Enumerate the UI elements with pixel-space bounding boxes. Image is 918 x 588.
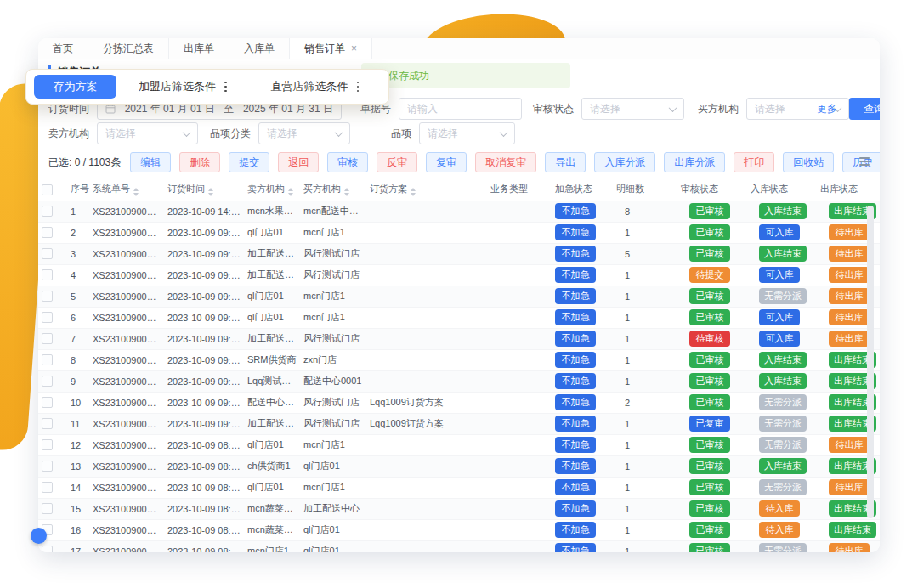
row-checkbox[interactable] xyxy=(42,312,53,323)
save-as-plan-button[interactable]: 存为方案 xyxy=(34,75,116,99)
row-checkbox[interactable] xyxy=(42,376,53,387)
row-checkbox[interactable] xyxy=(42,291,53,302)
doc-no-input[interactable] xyxy=(399,98,522,120)
row-index: 13 xyxy=(67,455,89,477)
business-type xyxy=(487,413,552,434)
seller-org-select[interactable]: 请选择 xyxy=(97,122,198,144)
row-checkbox[interactable] xyxy=(42,503,53,514)
column-settings-icon[interactable] xyxy=(859,157,870,166)
seller-org: 加工配送中心 xyxy=(244,328,300,349)
outbound-status-badge: 待出库 xyxy=(829,543,870,552)
system-order-no: XS231009000013 xyxy=(89,434,164,455)
sort-icon[interactable] xyxy=(133,188,139,196)
row-checkbox[interactable] xyxy=(42,546,53,552)
system-order-no: XS231009000026 xyxy=(89,222,164,243)
chevron-down-icon xyxy=(669,104,677,112)
business-type xyxy=(487,307,552,328)
row-checkbox[interactable] xyxy=(42,482,53,493)
detail-count: 1 xyxy=(613,455,677,477)
audit-status-badge: 已审核 xyxy=(689,500,730,517)
toolbar-button[interactable]: 导出 xyxy=(545,152,586,172)
row-checkbox[interactable] xyxy=(42,397,53,408)
row-checkbox[interactable] xyxy=(42,248,53,259)
select-all-checkbox[interactable] xyxy=(42,184,53,195)
toolbar-button[interactable]: 反审 xyxy=(377,152,417,172)
row-checkbox[interactable] xyxy=(42,206,53,217)
audit-status-select[interactable]: 请选择 xyxy=(581,98,684,120)
more-options-dots-icon[interactable] xyxy=(224,82,227,93)
table-row[interactable]: 3XS2310090000242023-10-09 09:48加工配送中心风行测… xyxy=(38,243,880,264)
row-checkbox[interactable] xyxy=(42,439,53,450)
table-row[interactable]: 17XS2310090000032023-10-09 08:30mcn门店1ql… xyxy=(38,540,880,552)
floating-helper-button[interactable] xyxy=(31,528,47,544)
row-checkbox[interactable] xyxy=(42,461,53,472)
seller-org: 加工配送中心 xyxy=(244,413,300,434)
vertical-scrollbar[interactable] xyxy=(867,206,874,518)
toolbar-button[interactable]: 编辑 xyxy=(130,152,171,172)
system-order-no: XS231009000027 xyxy=(89,201,164,222)
tab-close-icon[interactable]: × xyxy=(351,43,357,54)
table-row[interactable]: 8XS2310090000152023-10-09 09:07SRM供货商zxn… xyxy=(38,349,880,370)
tab-bar: 首页分拣汇总表出库单入库单销售订单× xyxy=(38,38,880,59)
direct-store-filter-option[interactable]: 直营店筛选条件 xyxy=(249,79,382,94)
seller-org: Lqq测试供货商... xyxy=(244,370,300,392)
tab[interactable]: 出库单 xyxy=(169,38,230,59)
row-checkbox[interactable] xyxy=(42,333,53,344)
table-row[interactable]: 5XS2310090000212023-10-09 09:30ql门店01mcn… xyxy=(38,286,880,307)
table-row[interactable]: 15XS2310090000162023-10-09 08:34mcn蔬菜供货商… xyxy=(38,498,880,519)
more-filters-link[interactable]: 更多 xyxy=(817,102,837,116)
toolbar-button[interactable]: 删除 xyxy=(179,152,220,172)
query-button[interactable]: 查询 xyxy=(849,98,880,120)
detail-count: 2 xyxy=(613,392,677,413)
row-checkbox[interactable] xyxy=(42,354,53,365)
row-checkbox[interactable] xyxy=(42,418,53,429)
item-label: 品项 xyxy=(391,127,411,141)
toolbar-button[interactable]: 提交 xyxy=(229,152,269,172)
calendar-icon xyxy=(105,104,116,114)
more-options-dots-icon[interactable] xyxy=(357,82,360,93)
toolbar-button[interactable]: 打印 xyxy=(734,152,774,172)
tab[interactable]: 首页 xyxy=(38,38,88,59)
inbound-status-badge: 入库结束 xyxy=(759,352,807,368)
sort-icon[interactable] xyxy=(208,188,213,196)
table-row[interactable]: 7XS2310090000112023-10-09 09:07加工配送中心风行测… xyxy=(38,328,880,349)
item-category-placeholder: 请选择 xyxy=(267,127,298,141)
tab[interactable]: 分拣汇总表 xyxy=(88,38,169,59)
toolbar-button[interactable]: 复审 xyxy=(426,152,467,172)
sort-icon[interactable] xyxy=(411,188,416,196)
toolbar-button[interactable]: 退回 xyxy=(278,152,319,172)
audit-status-badge: 待审核 xyxy=(689,331,730,347)
table-row[interactable]: 14XS2310090000052023-10-09 08:40ql门店01mc… xyxy=(38,477,880,498)
item-category-select[interactable]: 请选择 xyxy=(258,122,350,144)
item-select[interactable]: 请选择 xyxy=(419,122,515,144)
table-row[interactable]: 2XS2310090000262023-10-09 09:58ql门店01mcn… xyxy=(38,222,880,243)
table-row[interactable]: 16XS2310090000172023-10-09 08:34mcn蔬菜供货商… xyxy=(38,519,880,540)
franchise-filter-option[interactable]: 加盟店筛选条件 xyxy=(116,79,249,94)
table-row[interactable]: 4XS2310090000222023-10-09 09:38加工配送中心风行测… xyxy=(38,264,880,286)
sort-icon[interactable] xyxy=(344,188,349,196)
toolbar-button[interactable]: 回收站 xyxy=(783,152,834,172)
sort-icon[interactable] xyxy=(288,188,293,196)
toolbar-button[interactable]: 出库分派 xyxy=(664,152,725,172)
table-row[interactable]: 1XS2310090000272023-10-09 14:03mcn水果供货商1… xyxy=(38,201,880,222)
toolbar-button[interactable]: 取消复审 xyxy=(475,152,536,172)
tab[interactable]: 入库单 xyxy=(230,38,290,59)
order-time: 2023-10-09 08:40 xyxy=(164,477,244,498)
toolbar-button[interactable]: 审核 xyxy=(327,152,368,172)
row-checkbox[interactable] xyxy=(42,269,53,280)
table-row[interactable]: 9XS2310090000232023-10-09 09:00Lqq测试供货商.… xyxy=(38,370,880,392)
table-row[interactable]: 10XS2310090000192023-10-09 09:00配送中心0001… xyxy=(38,392,880,413)
urgent-status-badge: 不加急 xyxy=(555,331,596,347)
buyer-org: 风行测试门店 xyxy=(300,264,366,286)
table-row[interactable]: 11XS2310090000182023-10-09 09:00加工配送中心风行… xyxy=(38,413,880,434)
system-order-no: XS231009000011 xyxy=(89,328,164,349)
filter-row-2: 卖方机构 请选择 品项分类 请选择 品项 请选择 xyxy=(48,122,870,144)
app-stage: 首页分拣汇总表出库单入库单销售订单× 销售订单 保存成功 订货时间 2021 年… xyxy=(0,0,918,588)
toolbar-button[interactable]: 入库分派 xyxy=(594,152,655,172)
table-row[interactable]: 12XS2310090000132023-10-09 08:49ql门店01mc… xyxy=(38,434,880,455)
row-checkbox[interactable] xyxy=(42,227,53,238)
table-row[interactable]: 13XS2310090000062023-10-09 08:41ch供货商1ql… xyxy=(38,455,880,477)
table-row[interactable]: 6XS2310090000252023-10-09 09:12ql门店01mcn… xyxy=(38,307,880,328)
urgent-status-badge: 不加急 xyxy=(555,203,596,219)
tab[interactable]: 销售订单× xyxy=(290,38,372,59)
